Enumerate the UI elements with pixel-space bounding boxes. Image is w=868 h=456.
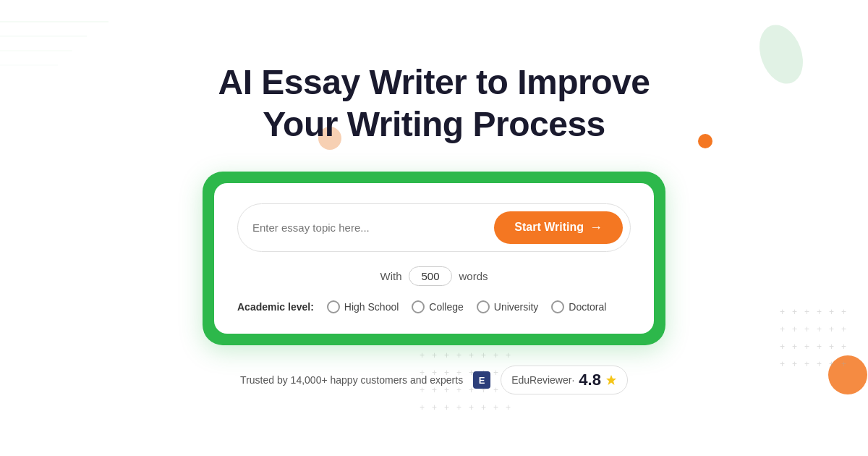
words-prefix: With [380,270,401,282]
main-content: AI Essay Writer to Improve Your Writing … [0,62,868,394]
essay-topic-input[interactable] [252,221,485,234]
academic-level-row: Academic level: High School College Univ… [237,300,631,313]
radio-high-school [327,300,340,313]
radio-college [412,300,425,313]
search-row: Start Writing → [237,203,631,252]
trust-brand: EduReviewer· [511,374,574,386]
option-university-label: University [494,301,538,313]
radio-doctoral [551,300,564,313]
option-college-label: College [429,301,463,313]
page-headline: AI Essay Writer to Improve Your Writing … [218,62,650,145]
academic-label: Academic level: [237,301,314,313]
trust-badge: EduReviewer· 4.8 [501,366,628,394]
svg-marker-10 [606,375,616,385]
start-writing-button[interactable]: Start Writing → [494,211,623,244]
star-icon [605,374,617,386]
headline-line2: Your Writing Process [263,105,605,143]
page-wrapper: ++++++ ++++++ ++++++ ++++++ ++++++++ +++… [0,0,868,456]
green-card-wrapper: Start Writing → With 500 words Academic … [203,172,665,345]
edu-reviewer-icon: E [473,371,490,389]
option-college[interactable]: College [412,300,463,313]
option-high-school-label: High School [344,301,399,313]
option-high-school[interactable]: High School [327,300,399,313]
option-doctoral[interactable]: Doctoral [551,300,606,313]
radio-university [477,300,490,313]
start-writing-arrow: → [590,220,603,235]
trust-rating: 4.8 [579,371,601,389]
start-writing-label: Start Writing [514,221,584,234]
option-doctoral-label: Doctoral [569,301,606,313]
option-university[interactable]: University [477,300,538,313]
trust-row: Trusted by 14,000+ happy customers and e… [240,366,628,394]
words-row: With 500 words [237,266,631,286]
inner-card: Start Writing → With 500 words Academic … [214,183,654,334]
words-value: 500 [421,270,439,282]
words-count[interactable]: 500 [409,266,451,286]
trust-text: Trusted by 14,000+ happy customers and e… [240,374,463,386]
words-suffix: words [459,270,488,282]
headline-line1: AI Essay Writer to Improve [218,63,650,101]
svg-text:E: E [479,375,485,386]
